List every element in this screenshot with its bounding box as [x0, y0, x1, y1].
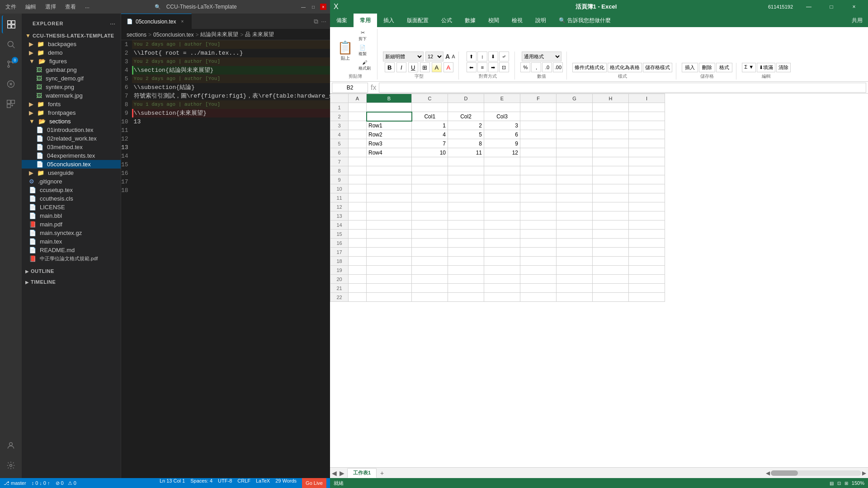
cell-6-A[interactable]	[349, 148, 367, 157]
cell-7-A[interactable]	[349, 157, 367, 166]
cell-20-F[interactable]	[520, 275, 557, 284]
cell-2-C[interactable]: Col1	[412, 112, 448, 121]
cell-21-F[interactable]	[520, 284, 557, 293]
code-line-11[interactable]: \\subsection{結論}	[132, 83, 330, 92]
cell-6-G[interactable]	[557, 148, 593, 157]
status-encoding[interactable]: UTF-8	[218, 478, 232, 488]
cell-12-E[interactable]	[484, 202, 520, 211]
sidebar-item-demo[interactable]: ▶ 📁 demo	[22, 48, 121, 57]
col-header-E[interactable]: E	[484, 94, 520, 103]
cell-10-E[interactable]	[484, 184, 520, 193]
col-header-D[interactable]: D	[448, 94, 484, 103]
menu-edit[interactable]: 編輯	[24, 2, 38, 12]
cell-3-F[interactable]	[520, 121, 557, 130]
cell-17-G[interactable]	[557, 248, 593, 257]
cell-7-G[interactable]	[557, 157, 593, 166]
status-page-layout[interactable]: ⊡	[837, 481, 841, 486]
cell-13-B[interactable]	[367, 211, 412, 221]
cell-5-A[interactable]	[349, 139, 367, 148]
code-content[interactable]: You 2 days ago | author [You] \\lfoot{ r…	[132, 40, 330, 478]
status-eol[interactable]: CRLF	[237, 478, 250, 488]
cell-15-A[interactable]	[349, 230, 367, 239]
sidebar-item-frontpages[interactable]: ▶ 📁 frontpages	[22, 108, 121, 117]
cell-20-D[interactable]	[448, 275, 484, 284]
cell-10-F[interactable]	[520, 184, 557, 193]
code-line-18[interactable]: 13	[132, 117, 330, 126]
tab-close-button[interactable]: ×	[179, 18, 186, 25]
cell-14-H[interactable]	[593, 221, 629, 230]
cell-18-D[interactable]	[448, 257, 484, 266]
cell-1-E[interactable]	[484, 103, 520, 112]
cell-22-B[interactable]	[367, 293, 412, 302]
cell-8-E[interactable]	[484, 166, 520, 175]
minimize-button[interactable]: —	[300, 4, 307, 10]
cell-18-F[interactable]	[520, 257, 557, 266]
breadcrumb-section2[interactable]: 品 未來展望	[245, 31, 274, 38]
cell-12-F[interactable]	[520, 202, 557, 211]
cell-17-H[interactable]	[593, 248, 629, 257]
cell-17-F[interactable]	[520, 248, 557, 257]
cell-22-I[interactable]	[629, 293, 665, 302]
cell-12-I[interactable]	[629, 202, 665, 211]
cell-21-H[interactable]	[593, 284, 629, 293]
cell-9-I[interactable]	[629, 175, 665, 184]
cell-2-A[interactable]	[349, 112, 367, 121]
cell-3-C[interactable]: 1	[412, 121, 448, 130]
cell-8-F[interactable]	[520, 166, 557, 175]
close-button[interactable]: ×	[320, 4, 326, 10]
cell-18-G[interactable]	[557, 257, 593, 266]
cell-6-H[interactable]	[593, 148, 629, 157]
cell-6-C[interactable]: 10	[412, 148, 448, 157]
cell-20-C[interactable]	[412, 275, 448, 284]
align-right-button[interactable]: ➡	[488, 62, 498, 72]
cell-20-G[interactable]	[557, 275, 593, 284]
sheet-scroll-left-icon[interactable]: ◀	[332, 469, 337, 477]
delete-cells-button[interactable]: 刪除	[699, 63, 715, 72]
border-button[interactable]: ⊞	[420, 62, 430, 72]
cell-2-F[interactable]	[520, 112, 557, 121]
cell-19-H[interactable]	[593, 266, 629, 275]
activitybar-search[interactable]	[2, 35, 20, 53]
cell-styles-button[interactable]: 儲存格樣式	[643, 63, 672, 72]
cell-13-I[interactable]	[629, 211, 665, 221]
sidebar-item-figures[interactable]: ▼ 📂 figures	[22, 57, 121, 66]
format-as-table-button[interactable]: 格式化為表格	[608, 63, 642, 72]
format-painter-button[interactable]: 🖌格式刷	[356, 59, 373, 72]
cell-18-E[interactable]	[484, 257, 520, 266]
cell-15-E[interactable]	[484, 230, 520, 239]
activitybar-settings[interactable]	[2, 456, 20, 474]
cell-11-G[interactable]	[557, 193, 593, 202]
cell-19-I[interactable]	[629, 266, 665, 275]
cell-10-H[interactable]	[593, 184, 629, 193]
cell-1-H[interactable]	[593, 103, 629, 112]
cell-5-H[interactable]	[593, 139, 629, 148]
cell-4-C[interactable]: 4	[412, 130, 448, 139]
ribbon-tab-home[interactable]: 常用	[354, 14, 377, 27]
breadcrumb-sections[interactable]: sections	[127, 32, 146, 38]
cell-21-I[interactable]	[629, 284, 665, 293]
cell-20-I[interactable]	[629, 275, 665, 284]
cell-11-I[interactable]	[629, 193, 665, 202]
status-sync[interactable]: ↕ 0 ↓ 0 ↑	[32, 480, 50, 486]
col-header-A[interactable]: A	[349, 94, 367, 103]
cell-10-I[interactable]	[629, 184, 665, 193]
activitybar-explorer[interactable]	[2, 15, 20, 33]
status-branch[interactable]: ⎇ master	[4, 480, 26, 486]
cell-20-E[interactable]	[484, 275, 520, 284]
ribbon-tab-search[interactable]: 🔍 告訴我您想做什麼	[552, 14, 617, 27]
sidebar-item-mainsynctex[interactable]: 📄 main.synctex.gz	[22, 229, 121, 237]
cell-5-D[interactable]: 8	[448, 139, 484, 148]
name-box[interactable]	[332, 83, 368, 93]
cell-13-D[interactable]	[448, 211, 484, 221]
cell-2-E[interactable]: Col3	[484, 112, 520, 121]
cell-22-G[interactable]	[557, 293, 593, 302]
cell-11-H[interactable]	[593, 193, 629, 202]
sidebar-item-fonts[interactable]: ▶ 📁 fonts	[22, 100, 121, 108]
cell-9-G[interactable]	[557, 175, 593, 184]
sidebar-item-thesis-pdf[interactable]: 📕 中正學位論文格式規範.pdf	[22, 254, 121, 263]
cell-5-E[interactable]: 9	[484, 139, 520, 148]
ribbon-tab-review[interactable]: 校閱	[482, 14, 505, 27]
sidebar-item-mainbbl[interactable]: 📄 main.bbl	[22, 211, 121, 220]
align-bottom-button[interactable]: ⬇	[488, 52, 498, 61]
sidebar-item-gambar[interactable]: 🖼 gambar.png	[22, 66, 121, 74]
